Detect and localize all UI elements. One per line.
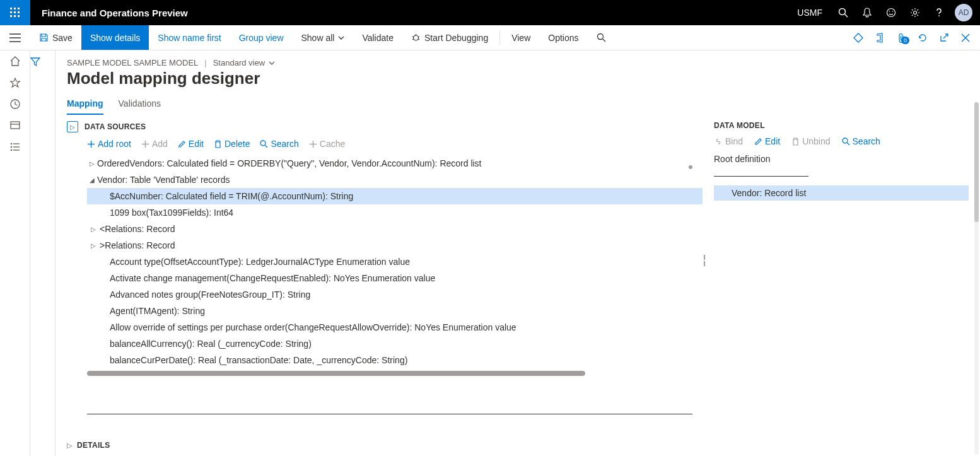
diamond-button[interactable] bbox=[848, 33, 869, 43]
waffle-icon bbox=[10, 8, 20, 18]
view-menu[interactable]: View bbox=[503, 25, 539, 50]
tree-row[interactable]: 1099 box(Tax1099Fields): Int64 bbox=[87, 204, 703, 221]
status-dot bbox=[689, 165, 692, 169]
datasource-types-toggle[interactable]: ▷ bbox=[67, 121, 78, 132]
svg-line-23 bbox=[412, 39, 414, 40]
edit-button[interactable]: Edit bbox=[178, 139, 204, 149]
tree-label: Account type(OffsetAccountType): LedgerJ… bbox=[110, 257, 410, 267]
tree-row[interactable]: Agent(ITMAgent): String bbox=[87, 303, 703, 319]
help-button[interactable] bbox=[927, 0, 951, 25]
options-menu[interactable]: Options bbox=[539, 25, 587, 50]
filter-button[interactable] bbox=[30, 57, 55, 67]
breadcrumb: SAMPLE MODEL SAMPLE MODEL | Standard vie… bbox=[55, 50, 980, 67]
data-sources-tree: ▷OrderedVendors: Calculated field = ORDE… bbox=[67, 155, 703, 368]
show-details-button[interactable]: Show details bbox=[81, 25, 149, 50]
action-search[interactable] bbox=[588, 25, 615, 50]
view-selector[interactable]: Standard view bbox=[213, 58, 275, 67]
validate-button[interactable]: Validate bbox=[353, 25, 402, 50]
tree-row[interactable]: Activate change management(ChangeRequest… bbox=[87, 270, 703, 286]
svg-point-36 bbox=[10, 149, 12, 151]
start-debugging-button[interactable]: Start Debugging bbox=[402, 25, 497, 50]
unbind-button: Unbind bbox=[791, 136, 830, 146]
tree-row[interactable]: balanceCurPerDate(): Real (_transactionD… bbox=[87, 352, 703, 368]
user-avatar[interactable]: AD bbox=[955, 4, 972, 21]
tree-row-selected[interactable]: $AccNumber: Calculated field = TRIM(@.Ac… bbox=[87, 188, 703, 204]
tree-row[interactable]: ▷<Relations: Record bbox=[87, 221, 703, 237]
tree-row[interactable]: Account type(OffsetAccountType): LedgerJ… bbox=[87, 254, 703, 270]
svg-point-13 bbox=[892, 11, 894, 12]
attachments-button[interactable]: 0 bbox=[890, 33, 912, 43]
settings-button[interactable] bbox=[903, 0, 927, 25]
filter-column bbox=[30, 50, 55, 456]
tree-row[interactable]: ▷OrderedVendors: Calculated field = ORDE… bbox=[87, 155, 703, 172]
dm-search-label: Search bbox=[853, 136, 880, 146]
tab-mapping[interactable]: Mapping bbox=[67, 95, 103, 115]
recent-nav[interactable] bbox=[9, 98, 21, 110]
data-sources-title: DATA SOURCES bbox=[85, 122, 146, 131]
horizontal-scrollbar[interactable] bbox=[87, 371, 585, 376]
delete-button[interactable]: Delete bbox=[214, 139, 250, 149]
ds-search-button[interactable]: Search bbox=[260, 139, 298, 149]
group-view-button[interactable]: Group view bbox=[230, 25, 293, 50]
popout-icon bbox=[940, 33, 949, 42]
svg-point-11 bbox=[887, 9, 895, 17]
dm-search-button[interactable]: Search bbox=[842, 136, 880, 146]
breadcrumb-path: SAMPLE MODEL SAMPLE MODEL bbox=[67, 58, 198, 67]
office-icon bbox=[875, 33, 884, 43]
splitter-handle[interactable] bbox=[703, 254, 706, 267]
notifications-button[interactable] bbox=[855, 0, 879, 25]
tree-row[interactable]: ◢Vendor: Table 'VendTable' records bbox=[87, 172, 703, 188]
show-name-first-label: Show name first bbox=[158, 33, 221, 43]
modules-nav[interactable] bbox=[9, 141, 21, 153]
view-label: View bbox=[511, 33, 530, 43]
svg-point-42 bbox=[260, 141, 265, 146]
show-all-dropdown[interactable]: Show all bbox=[293, 25, 354, 50]
add-root-button[interactable]: Add root bbox=[87, 139, 131, 149]
main-content: SAMPLE MODEL SAMPLE MODEL | Standard vie… bbox=[55, 50, 980, 456]
tab-validations[interactable]: Validations bbox=[119, 95, 161, 115]
vertical-scrollbar[interactable] bbox=[974, 102, 979, 455]
group-view-label: Group view bbox=[239, 33, 284, 43]
options-label: Options bbox=[548, 33, 578, 43]
svg-point-9 bbox=[839, 9, 846, 15]
add-label: Add bbox=[152, 139, 168, 149]
workspaces-nav[interactable] bbox=[9, 120, 21, 131]
waffle-button[interactable] bbox=[0, 0, 30, 25]
tree-row[interactable]: ▷>Relations: Record bbox=[87, 237, 703, 254]
popout-button[interactable] bbox=[933, 33, 955, 42]
tree-label: Activate change management(ChangeRequest… bbox=[110, 273, 435, 283]
tree-row[interactable]: Advanced notes group(FreeNotesGroup_IT):… bbox=[87, 286, 703, 303]
svg-rect-6 bbox=[10, 15, 12, 17]
validate-label: Validate bbox=[362, 33, 394, 43]
delete-label: Delete bbox=[225, 139, 250, 149]
svg-rect-5 bbox=[18, 11, 20, 13]
cache-button: Cache bbox=[309, 139, 345, 149]
dm-edit-button[interactable]: Edit bbox=[754, 136, 780, 146]
add-root-label: Add root bbox=[98, 139, 131, 149]
debug-icon bbox=[411, 33, 421, 42]
tree-row[interactable]: balanceAllCurrency(): Real (_currencyCod… bbox=[87, 336, 703, 352]
plus-icon bbox=[87, 140, 95, 148]
office-button[interactable] bbox=[869, 33, 890, 43]
svg-point-15 bbox=[938, 15, 940, 16]
refresh-button[interactable] bbox=[912, 33, 933, 43]
search-button[interactable] bbox=[831, 0, 855, 25]
data-model-item[interactable]: Vendor: Record list bbox=[714, 185, 969, 201]
home-nav[interactable] bbox=[9, 56, 21, 67]
link-icon bbox=[714, 137, 723, 146]
root-definition-input[interactable] bbox=[714, 168, 808, 177]
feedback-button[interactable] bbox=[879, 0, 903, 25]
tree-label: balanceCurPerDate(): Real (_transactionD… bbox=[110, 355, 407, 365]
close-button[interactable] bbox=[955, 33, 976, 42]
company-code[interactable]: USMF bbox=[788, 8, 831, 18]
show-name-first-button[interactable]: Show name first bbox=[149, 25, 230, 50]
left-rail bbox=[0, 50, 30, 456]
tree-row[interactable]: Allow override of settings per purchase … bbox=[87, 319, 703, 336]
details-section[interactable]: ▷ DETAILS bbox=[55, 435, 980, 456]
svg-rect-3 bbox=[10, 11, 12, 13]
search-icon bbox=[597, 33, 606, 42]
save-button[interactable]: Save bbox=[30, 25, 81, 50]
favorites-nav[interactable] bbox=[9, 77, 21, 88]
show-details-label: Show details bbox=[90, 33, 140, 43]
nav-toggle[interactable] bbox=[0, 25, 30, 50]
